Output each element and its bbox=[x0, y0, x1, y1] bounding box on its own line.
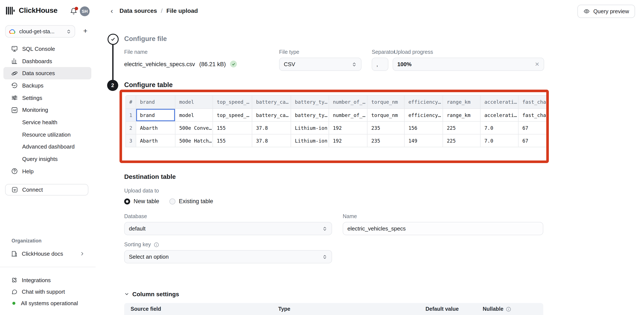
notifications-button[interactable] bbox=[70, 8, 78, 15]
table-cell[interactable]: model bbox=[176, 109, 213, 121]
chevron-up-down-icon bbox=[322, 226, 327, 231]
existing-table-radio[interactable] bbox=[170, 198, 176, 204]
table-name-input[interactable] bbox=[343, 222, 543, 235]
sidebar-item-dashboards[interactable]: Dashboards bbox=[4, 55, 91, 67]
table-cell[interactable]: battery_ty… bbox=[291, 109, 329, 121]
system-status-label: All systems operational bbox=[21, 300, 78, 306]
sidebar-item-system-status[interactable]: All systems operational bbox=[4, 297, 91, 309]
sorting-key-placeholder: Select an option bbox=[129, 254, 322, 260]
chevron-up-down-icon bbox=[352, 62, 357, 67]
preview-table: # brand model top_speed_… battery_ca… ba… bbox=[126, 95, 547, 147]
table-cell[interactable]: number_of_… bbox=[329, 109, 368, 121]
upload-progress-field: 100% ✕ bbox=[393, 58, 544, 71]
query-preview-label: Query preview bbox=[593, 8, 629, 14]
table-cell[interactable]: top_speed_… bbox=[213, 109, 252, 121]
back-button[interactable]: ‹ bbox=[108, 7, 115, 15]
column-header: # bbox=[126, 96, 136, 108]
sidebar-item-advanced-dashboard[interactable]: Advanced dashboard bbox=[4, 141, 91, 153]
table-cell-selected[interactable]: brand bbox=[136, 109, 176, 121]
sidebar-item-clickhouse-docs[interactable]: ClickHouse docs bbox=[4, 248, 91, 260]
separator-label: Separator bbox=[372, 49, 395, 55]
sliders-icon bbox=[11, 94, 18, 101]
app-window: ClickHouse SH cloud-get-sta... + bbox=[0, 0, 644, 315]
file-type-label: File type bbox=[279, 49, 300, 55]
column-header: efficiency… bbox=[404, 96, 443, 108]
row-number: 2 bbox=[126, 122, 136, 134]
user-avatar[interactable]: SH bbox=[80, 6, 90, 16]
table-row: 2 Abarth 500e Conve… 155 37.8 Lithium-io… bbox=[126, 122, 547, 134]
info-icon bbox=[506, 306, 511, 312]
row-number: 1 bbox=[126, 109, 136, 121]
sidebar-item-data-sources[interactable]: Data sources bbox=[4, 67, 91, 80]
database-label: Database bbox=[124, 214, 147, 220]
table-cell[interactable]: range_km bbox=[443, 109, 480, 121]
chevron-right-icon bbox=[80, 251, 84, 256]
table-cell: Lithium-ion bbox=[291, 122, 329, 134]
clickhouse-logo-icon bbox=[6, 6, 15, 15]
terminal-icon bbox=[11, 46, 18, 52]
connect-button[interactable]: Connect bbox=[5, 184, 88, 196]
breadcrumb-data-sources[interactable]: Data sources bbox=[120, 7, 157, 14]
table-cell: 192 bbox=[329, 122, 368, 134]
sidebar-item-help[interactable]: Help bbox=[4, 165, 91, 177]
sorting-key-label: Sorting key bbox=[124, 242, 151, 248]
sidebar-item-label: Dashboards bbox=[22, 58, 52, 64]
table-row: 1 brand model top_speed_… battery_ca… ba… bbox=[126, 109, 547, 122]
existing-table-label: Existing table bbox=[179, 198, 213, 204]
sidebar-item-monitoring[interactable]: Monitoring bbox=[4, 104, 91, 116]
column-header: brand bbox=[136, 96, 176, 108]
column-header: battery_ty… bbox=[291, 96, 329, 108]
add-service-button[interactable]: + bbox=[81, 26, 90, 36]
connect-icon bbox=[12, 186, 18, 193]
history-icon bbox=[11, 82, 18, 89]
sidebar-item-integrations[interactable]: Integrations bbox=[4, 274, 91, 286]
table-cell[interactable]: accelerati… bbox=[480, 109, 518, 121]
sidebar-item-settings[interactable]: Settings bbox=[4, 92, 91, 104]
table-cell[interactable]: battery_ca… bbox=[252, 109, 291, 121]
sidebar-item-label: Data sources bbox=[22, 70, 55, 76]
sidebar-item-sql-console[interactable]: SQL Console bbox=[4, 43, 91, 55]
new-table-label: New table bbox=[134, 198, 159, 204]
column-header: model bbox=[176, 96, 213, 108]
new-table-radio[interactable] bbox=[124, 198, 130, 204]
configure-table-title: Configure table bbox=[124, 81, 173, 89]
sidebar-item-backups[interactable]: Backups bbox=[4, 80, 91, 92]
table-cell[interactable]: efficiency… bbox=[404, 109, 443, 121]
breadcrumb-separator: / bbox=[161, 7, 162, 14]
service-selector[interactable]: cloud-get-sta... bbox=[5, 25, 75, 38]
column-header: fast_cha bbox=[518, 96, 547, 108]
table-cell: 37.8 bbox=[252, 122, 291, 134]
sidebar-item-chat-with-support[interactable]: Chat with support bbox=[4, 286, 91, 298]
sidebar-item-query-insights[interactable]: Query insights bbox=[4, 153, 91, 165]
sidebar-item-resource-utilization[interactable]: Resource utilization bbox=[4, 128, 91, 141]
separator-input[interactable]: , bbox=[372, 58, 388, 71]
type-header: Type bbox=[278, 306, 290, 312]
sorting-key-select[interactable]: Select an option bbox=[124, 250, 332, 263]
table-cell: 67 bbox=[518, 122, 547, 134]
file-name-text: electric_vehicles_specs.csv bbox=[124, 61, 195, 67]
nullable-header: Nullable bbox=[483, 306, 504, 312]
gcp-cloud-icon bbox=[9, 28, 16, 34]
service-name: cloud-get-sta... bbox=[19, 28, 66, 34]
main-content: 2 Configure file File name File type Sep… bbox=[96, 22, 644, 315]
query-preview-button[interactable]: Query preview bbox=[578, 5, 635, 18]
chevron-up-down-icon bbox=[322, 254, 327, 259]
eye-icon bbox=[584, 8, 590, 14]
clickhouse-logo[interactable]: ClickHouse bbox=[6, 6, 58, 15]
table-cell: 37.8 bbox=[252, 134, 291, 147]
table-row: 3 Abarth 500e Hatch… 155 37.8 Lithium-io… bbox=[126, 134, 547, 147]
table-cell[interactable]: fast_cha bbox=[518, 109, 547, 121]
file-type-select[interactable]: CSV bbox=[279, 58, 362, 71]
table-cell: 235 bbox=[368, 122, 404, 134]
sidebar-item-service-health[interactable]: Service health bbox=[4, 116, 91, 128]
connect-label: Connect bbox=[22, 186, 43, 193]
clear-upload-icon[interactable]: ✕ bbox=[535, 62, 540, 67]
database-select[interactable]: default bbox=[124, 222, 332, 235]
notification-dot bbox=[75, 7, 78, 10]
sorting-key-label-row: Sorting key bbox=[124, 242, 159, 248]
puzzle-icon bbox=[11, 277, 18, 283]
column-settings-toggle[interactable]: Column settings bbox=[124, 291, 179, 298]
step-2-indicator: 2 bbox=[107, 80, 118, 91]
file-name-value: electric_vehicles_specs.csv (86.21 kB) bbox=[124, 60, 237, 68]
table-cell[interactable]: torque_nm bbox=[368, 109, 404, 121]
